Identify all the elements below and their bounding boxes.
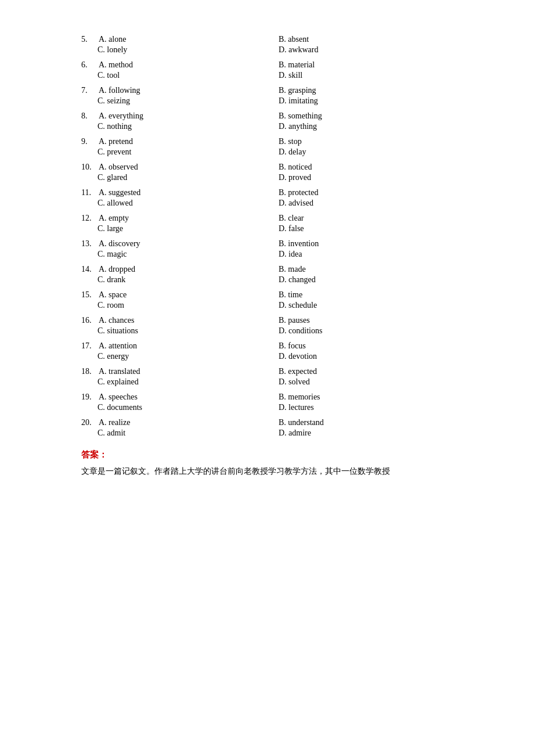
option-c: C. room bbox=[98, 301, 124, 310]
option-d: D. imitating bbox=[279, 96, 318, 106]
question-sub-row: C. lonelyD. awkward bbox=[81, 45, 453, 55]
question-row: 13. A. discoveryB. invention bbox=[81, 239, 453, 249]
option-c: C. documents bbox=[98, 403, 142, 412]
question-row: 17. A. attentionB. focus bbox=[81, 341, 453, 351]
question-number: 10. bbox=[81, 163, 99, 172]
question-number: 6. bbox=[81, 60, 99, 70]
answer-label: 答案： bbox=[81, 449, 453, 460]
option-a: A. attention bbox=[99, 341, 137, 351]
question-row: 20. A. realizeB. understand bbox=[81, 418, 453, 427]
question-number: 7. bbox=[81, 86, 99, 95]
option-d: D. lectures bbox=[279, 403, 314, 412]
question-sub-row: C. admitD. admire bbox=[81, 429, 453, 438]
question-number: 14. bbox=[81, 265, 99, 274]
questions-container: 5. A. aloneB. absentC. lonelyD. awkward6… bbox=[81, 35, 453, 438]
question-sub-row: C. explainedD. solved bbox=[81, 377, 453, 387]
option-a: A. speeches bbox=[99, 393, 138, 402]
option-b: B. absent bbox=[279, 35, 309, 44]
option-c: C. situations bbox=[98, 326, 138, 336]
question-number: 18. bbox=[81, 367, 99, 376]
option-c: C. seizing bbox=[98, 96, 130, 106]
option-a: A. empty bbox=[99, 214, 129, 223]
question-sub-row: C. preventD. delay bbox=[81, 147, 453, 157]
option-b: B. pauses bbox=[279, 316, 310, 325]
question-number: 5. bbox=[81, 35, 99, 44]
question-number: 19. bbox=[81, 393, 99, 402]
option-b: B. memories bbox=[279, 393, 320, 402]
question-row: 14. A. droppedB. made bbox=[81, 265, 453, 274]
option-b: B. made bbox=[279, 265, 306, 274]
option-c: C. tool bbox=[98, 71, 120, 80]
option-d: D. schedule bbox=[279, 301, 317, 310]
option-a: A. method bbox=[99, 60, 133, 70]
option-d: D. devotion bbox=[279, 352, 317, 361]
question-number: 20. bbox=[81, 418, 99, 427]
option-c: C. prevent bbox=[98, 147, 131, 157]
question-row: 10. A. observedB. noticed bbox=[81, 163, 453, 172]
option-c: C. nothing bbox=[98, 122, 132, 131]
option-a: A. translated bbox=[99, 367, 140, 376]
question-row: 16. A. chancesB. pauses bbox=[81, 316, 453, 325]
option-d: D. changed bbox=[279, 275, 316, 285]
question-sub-row: C. largeD. false bbox=[81, 224, 453, 233]
question-row: 7. A. followingB. grasping bbox=[81, 86, 453, 95]
option-b: B. something bbox=[279, 111, 322, 121]
option-b: B. stop bbox=[279, 137, 302, 146]
question-number: 15. bbox=[81, 290, 99, 300]
question-sub-row: C. roomD. schedule bbox=[81, 301, 453, 310]
option-c: C. drank bbox=[98, 275, 125, 285]
option-b: B. expected bbox=[279, 367, 317, 376]
option-d: D. admire bbox=[279, 429, 311, 438]
option-c: C. lonely bbox=[98, 45, 127, 55]
option-b: B. protected bbox=[279, 188, 318, 197]
option-a: A. following bbox=[99, 86, 140, 95]
option-a: A. suggested bbox=[99, 188, 140, 197]
option-d: D. skill bbox=[279, 71, 302, 80]
option-a: A. space bbox=[99, 290, 127, 300]
option-b: B. material bbox=[279, 60, 315, 70]
option-b: B. clear bbox=[279, 214, 304, 223]
option-c: C. explained bbox=[98, 377, 139, 387]
answer-section: 答案： 文章是一篇记叙文。作者踏上大学的讲台前向老教授学习教学方法，其中一位数学… bbox=[81, 449, 453, 478]
question-row: 5. A. aloneB. absent bbox=[81, 35, 453, 44]
question-sub-row: C. toolD. skill bbox=[81, 71, 453, 80]
option-d: D. delay bbox=[279, 147, 306, 157]
question-row: 6. A. methodB. material bbox=[81, 60, 453, 70]
option-a: A. observed bbox=[99, 163, 138, 172]
option-d: D. solved bbox=[279, 377, 310, 387]
option-d: D. false bbox=[279, 224, 304, 233]
option-b: B. invention bbox=[279, 239, 319, 249]
option-b: B. noticed bbox=[279, 163, 312, 172]
question-row: 19. A. speechesB. memories bbox=[81, 393, 453, 402]
option-b: B. time bbox=[279, 290, 302, 300]
option-c: C. glared bbox=[98, 173, 127, 182]
option-c: C. energy bbox=[98, 352, 129, 361]
question-row: 12. A. emptyB. clear bbox=[81, 214, 453, 223]
question-number: 13. bbox=[81, 239, 99, 249]
option-d: D. proved bbox=[279, 173, 311, 182]
option-b: B. grasping bbox=[279, 86, 316, 95]
question-row: 9. A. pretendB. stop bbox=[81, 137, 453, 146]
question-row: 15. A. spaceB. time bbox=[81, 290, 453, 300]
question-sub-row: C. drankD. changed bbox=[81, 275, 453, 285]
question-row: 11. A. suggestedB. protected bbox=[81, 188, 453, 197]
option-b: B. focus bbox=[279, 341, 306, 351]
option-c: C. large bbox=[98, 224, 123, 233]
question-number: 11. bbox=[81, 188, 99, 197]
option-c: C. allowed bbox=[98, 199, 133, 208]
option-c: C. magic bbox=[98, 250, 127, 259]
question-number: 9. bbox=[81, 137, 99, 146]
question-sub-row: C. documentsD. lectures bbox=[81, 403, 453, 412]
option-d: D. advised bbox=[279, 199, 313, 208]
question-sub-row: C. magicD. idea bbox=[81, 250, 453, 259]
option-d: D. idea bbox=[279, 250, 302, 259]
option-d: D. awkward bbox=[279, 45, 318, 55]
option-a: A. dropped bbox=[99, 265, 135, 274]
question-number: 17. bbox=[81, 341, 99, 351]
option-d: D. anything bbox=[279, 122, 317, 131]
question-sub-row: C. nothingD. anything bbox=[81, 122, 453, 131]
option-b: B. understand bbox=[279, 418, 324, 427]
question-number: 16. bbox=[81, 316, 99, 325]
option-a: A. alone bbox=[99, 35, 126, 44]
option-c: C. admit bbox=[98, 429, 125, 438]
